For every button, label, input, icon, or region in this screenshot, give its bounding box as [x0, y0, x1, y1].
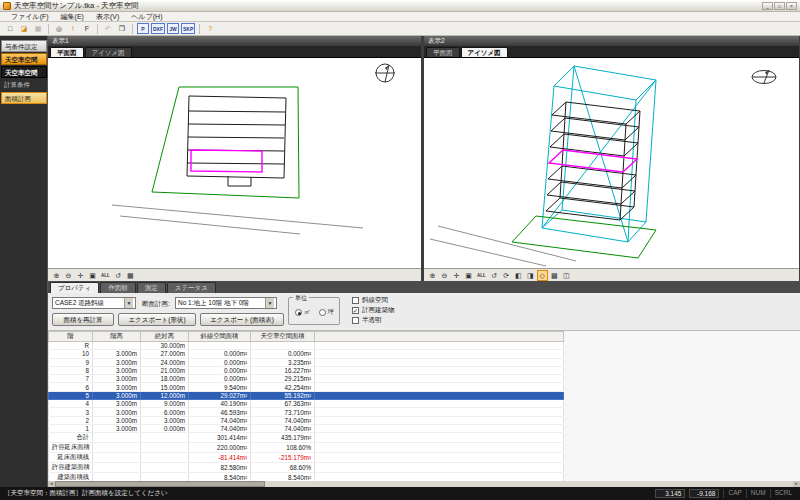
zoom-out-button[interactable]: ⊖: [439, 270, 450, 281]
zoom-all-button[interactable]: ALL: [475, 270, 488, 281]
rotate-right-button[interactable]: ⟳: [501, 270, 512, 281]
help-button[interactable]: ?: [204, 23, 216, 34]
new-file-button[interactable]: □: [4, 23, 16, 34]
view-right-button[interactable]: ◨: [525, 270, 536, 281]
sidebar-item-1[interactable]: 天空率空間: [1, 53, 47, 65]
unit-radio-0[interactable]: ㎡: [295, 308, 311, 317]
wireframe-button[interactable]: ◫: [561, 270, 572, 281]
unit-groupbox: 単位 ㎡坪: [288, 297, 340, 325]
plan-view-canvas[interactable]: [48, 57, 421, 268]
recalculate-area-button[interactable]: 面積を再計算: [52, 313, 114, 326]
table-cell: [93, 443, 141, 453]
unit-radio-1[interactable]: 坪: [319, 308, 335, 317]
menu-item-0[interactable]: ファイル(F): [6, 12, 54, 22]
find-button[interactable]: ◎: [53, 23, 65, 34]
open-file-button[interactable]: ◪: [18, 23, 30, 34]
panel-tab-3[interactable]: ステータス: [167, 282, 216, 293]
menu-item-2[interactable]: 表示(V): [91, 12, 124, 22]
table-row[interactable]: 23.000m3.000m74.040m²74.040m²: [49, 416, 564, 424]
maximize-button[interactable]: □: [774, 2, 785, 10]
area-table[interactable]: 階階高絶対高斜線空間面積天空率空間面積R30.000m103.000m27.00…: [48, 331, 564, 481]
grid-button[interactable]: ▦: [125, 270, 136, 281]
summary-row: 延床面積残-81.414m²-215.179m²: [49, 453, 564, 463]
panel-tab-1[interactable]: 作図順: [100, 282, 136, 293]
sidebar: 与条件設定天空率空間天空率空間計算条件面積計画: [0, 36, 48, 487]
zoom-window-button[interactable]: ▣: [463, 270, 474, 281]
isometric-view-button[interactable]: ◇: [537, 270, 548, 281]
menu-item-1[interactable]: 編集(E): [56, 12, 89, 22]
panel-tab-0[interactable]: プロパティ: [50, 282, 99, 293]
minimize-button[interactable]: _: [762, 2, 773, 10]
display-checkbox-1[interactable]: ✓計画建築物: [352, 306, 395, 315]
table-row[interactable]: R30.000m: [49, 342, 564, 350]
table-cell: [93, 433, 141, 443]
radio-dot-icon: [295, 309, 302, 316]
table-cell: 3.000m: [93, 375, 141, 383]
table-cell: [315, 366, 564, 374]
building-plan: [187, 96, 286, 186]
pan-button[interactable]: ✛: [451, 270, 462, 281]
table-cell: 4: [49, 400, 93, 408]
table-cell: [93, 473, 141, 481]
table-row[interactable]: 73.000m18.000m0.000m²29.215m²: [49, 375, 564, 383]
table-cell: [315, 391, 564, 399]
zoom-in-button[interactable]: ⊕: [51, 270, 62, 281]
table-row[interactable]: 33.000m6.000m46.593m²73.710m²: [49, 408, 564, 416]
panel-tab-2[interactable]: 測定: [137, 282, 166, 293]
sidebar-item-4[interactable]: 面積計画: [1, 92, 47, 104]
table-row[interactable]: 83.000m21.000m0.000m²16.227m²: [49, 366, 564, 374]
cascade-windows-button[interactable]: ❐: [116, 23, 128, 34]
view2-tab-1[interactable]: アイソメ図: [461, 47, 508, 57]
export-jw-button[interactable]: JW: [167, 23, 179, 34]
table-row[interactable]: 43.000m9.000m40.190m²67.363m²: [49, 400, 564, 408]
close-button[interactable]: ×: [786, 2, 797, 10]
sidebar-item-3[interactable]: 計算条件: [1, 79, 47, 91]
isometric-view-canvas[interactable]: [424, 57, 799, 268]
summary-value: -81.414m²: [189, 453, 251, 463]
indicator-num: NUM: [746, 489, 770, 498]
export-area-table-button[interactable]: エクスポート(面積表): [200, 313, 284, 326]
view1-tab-1[interactable]: アイソメ図: [85, 47, 132, 57]
compass-icon: [752, 70, 776, 84]
column-header: 天空率空間面積: [251, 332, 315, 342]
table-cell: 42.254m²: [251, 383, 315, 391]
view2-tab-0[interactable]: 平面図: [426, 47, 460, 57]
export-plan-button[interactable]: P: [137, 23, 149, 34]
zoom-all-button[interactable]: ALL: [99, 270, 112, 281]
export-shape-button[interactable]: エクスポート(形状): [118, 313, 196, 326]
shading-button[interactable]: ▩: [549, 270, 560, 281]
zoom-window-button[interactable]: ▣: [87, 270, 98, 281]
window-controls: _□×: [762, 2, 797, 10]
display-checkbox-2[interactable]: 半透明: [352, 316, 395, 325]
table-row[interactable]: 13.000m0.000m74.040m²74.040m²: [49, 424, 564, 432]
menu-bar: ファイル(F)編集(E)表示(V)ヘルプ(H): [0, 12, 800, 22]
zoom-in-button[interactable]: ⊕: [427, 270, 438, 281]
table-row[interactable]: 53.000m12.000m29.027m²55.192m²: [49, 391, 564, 399]
summary-row: 許容延床面積220.000m²108.60%: [49, 443, 564, 453]
table-cell: [189, 342, 251, 350]
table-row[interactable]: 103.000m27.000m0.000m²0.000m²: [49, 350, 564, 358]
table-row[interactable]: 93.000m24.000m0.000m²3.235m²: [49, 358, 564, 366]
table-row[interactable]: 63.000m15.000m9.540m²42.254m²: [49, 383, 564, 391]
rotate-left-button[interactable]: ↺: [489, 270, 500, 281]
summary-value: 82.580m²: [189, 463, 251, 473]
pan-button[interactable]: ✛: [75, 270, 86, 281]
view-left-button[interactable]: ◧: [513, 270, 524, 281]
summary-value: 8.540m²: [189, 473, 251, 481]
table-cell: [315, 400, 564, 408]
section-plan-select[interactable]: No 1:地上 10階 地下 0階 ▼: [175, 297, 277, 309]
export-dxf-button[interactable]: DXF: [151, 23, 165, 34]
alert-button[interactable]: !: [67, 23, 79, 34]
export-skp-button[interactable]: SKP: [181, 23, 195, 34]
sidebar-item-0[interactable]: 与条件設定: [1, 40, 47, 52]
summary-row: 建築面積残8.540m²8.540m²: [49, 473, 564, 481]
font-button[interactable]: F: [81, 23, 93, 34]
view1-tab-0[interactable]: 平面図: [50, 47, 84, 57]
table-cell: [315, 463, 564, 473]
menu-item-3[interactable]: ヘルプ(H): [126, 12, 167, 22]
previous-view-button[interactable]: ↺: [113, 270, 124, 281]
display-checkbox-0[interactable]: 斜線空間: [352, 296, 395, 305]
case-select[interactable]: CASE2 道路斜線 ▼: [52, 297, 136, 309]
zoom-out-button[interactable]: ⊖: [63, 270, 74, 281]
sidebar-item-2: 天空率空間: [1, 66, 47, 78]
